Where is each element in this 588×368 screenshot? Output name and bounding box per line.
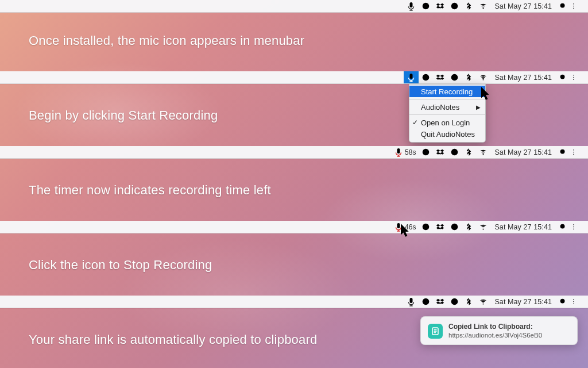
spotlight-icon[interactable] <box>556 0 570 12</box>
step5-caption: Your share link is automatically copied … <box>29 332 317 347</box>
menubar-clock[interactable]: Sat May 27 15:41 <box>490 0 556 12</box>
dropbox-icon[interactable] <box>433 146 447 158</box>
notification-title: Copied Link to Clipboard: <box>448 323 542 331</box>
menubar-step2: Sat May 27 15:41 <box>0 71 588 84</box>
notification-center-icon[interactable] <box>570 0 585 12</box>
dropbox-icon[interactable] <box>433 0 447 12</box>
recording-timer: 58s <box>405 148 416 156</box>
checkmark-icon: ✓ <box>412 118 418 126</box>
spotlight-icon[interactable] <box>556 221 570 233</box>
wifi-icon[interactable] <box>476 0 490 12</box>
spotlight-icon[interactable] <box>556 71 570 83</box>
dropbox-icon[interactable] <box>433 71 447 83</box>
menubar-step1: Sat May 27 15:41 <box>0 0 588 13</box>
clipboard-notification[interactable]: Copied Link to Clipboard: https://audion… <box>420 316 578 345</box>
recording-timer: 46s <box>405 223 416 231</box>
mic-recording-icon[interactable]: 58s <box>391 146 419 158</box>
wifi-icon[interactable] <box>476 221 490 233</box>
spotlight-icon[interactable] <box>556 146 570 158</box>
wifi-icon[interactable] <box>476 71 490 83</box>
bluetooth-icon[interactable] <box>462 296 476 308</box>
mic-menu-icon-active[interactable] <box>404 71 419 83</box>
menubar-clock[interactable]: Sat May 27 15:41 <box>490 296 556 308</box>
bluetooth-icon[interactable] <box>462 0 476 12</box>
menubar-clock[interactable]: Sat May 27 15:41 <box>490 221 556 233</box>
bluetooth-icon[interactable] <box>462 221 476 233</box>
mic-recording-icon[interactable]: 46s <box>391 221 419 233</box>
bluetooth-icon[interactable] <box>462 71 476 83</box>
spotlight-icon[interactable] <box>556 296 570 308</box>
onepassword-icon[interactable] <box>447 71 462 83</box>
dropbox-icon[interactable] <box>433 296 447 308</box>
cc-icon[interactable] <box>419 296 433 308</box>
onepassword-icon[interactable] <box>447 221 462 233</box>
step2-caption: Begin by clicking Start Recording <box>29 108 218 123</box>
menu-audionotes-label: AudioNotes <box>421 103 459 112</box>
menubar-clock[interactable]: Sat May 27 15:41 <box>490 146 556 158</box>
cc-icon[interactable] <box>419 221 433 233</box>
step4-caption: Click the icon to Stop Recording <box>29 258 212 273</box>
menu-open-login-label: Open on Login <box>421 118 470 127</box>
menubar-step4: 46s Sat May 27 15:41 <box>0 221 588 233</box>
cc-icon[interactable] <box>419 146 433 158</box>
wifi-icon[interactable] <box>476 146 490 158</box>
wifi-icon[interactable] <box>476 296 490 308</box>
onepassword-icon[interactable] <box>447 296 462 308</box>
mic-menu-icon[interactable] <box>404 296 419 308</box>
menu-separator <box>409 114 485 115</box>
notification-body: https://audionot.es/3lVoj4S6eB0 <box>448 332 542 339</box>
dropbox-icon[interactable] <box>433 221 447 233</box>
menubar-clock[interactable]: Sat May 27 15:41 <box>490 71 556 83</box>
submenu-arrow-icon: ▶ <box>476 104 481 110</box>
menu-audionotes[interactable]: AudioNotes▶ <box>409 101 485 113</box>
onepassword-icon[interactable] <box>447 0 462 12</box>
notification-center-icon[interactable] <box>570 71 585 83</box>
step3-caption: The timer now indicates recording time l… <box>29 183 271 198</box>
bluetooth-icon[interactable] <box>462 146 476 158</box>
menu-open-on-login[interactable]: ✓Open on Login <box>409 117 485 128</box>
notification-app-icon <box>428 324 443 339</box>
onepassword-icon[interactable] <box>447 146 462 158</box>
notification-center-icon[interactable] <box>570 146 585 158</box>
menubar-step3: 58s Sat May 27 15:41 <box>0 146 588 159</box>
notification-center-icon[interactable] <box>570 296 585 308</box>
mic-menu-icon[interactable] <box>404 0 419 12</box>
menu-separator <box>409 99 485 99</box>
cc-icon[interactable] <box>419 0 433 12</box>
menubar-step5: Sat May 27 15:41 <box>0 296 588 308</box>
cc-icon[interactable] <box>419 71 433 83</box>
notification-center-icon[interactable] <box>570 221 585 233</box>
step1-caption: Once installed, the mic icon appears in … <box>29 33 304 48</box>
mic-dropdown-menu: Start Recording AudioNotes▶ ✓Open on Log… <box>409 84 486 143</box>
menu-quit[interactable]: Quit AudioNotes <box>409 128 485 140</box>
menu-start-recording[interactable]: Start Recording <box>409 86 485 97</box>
